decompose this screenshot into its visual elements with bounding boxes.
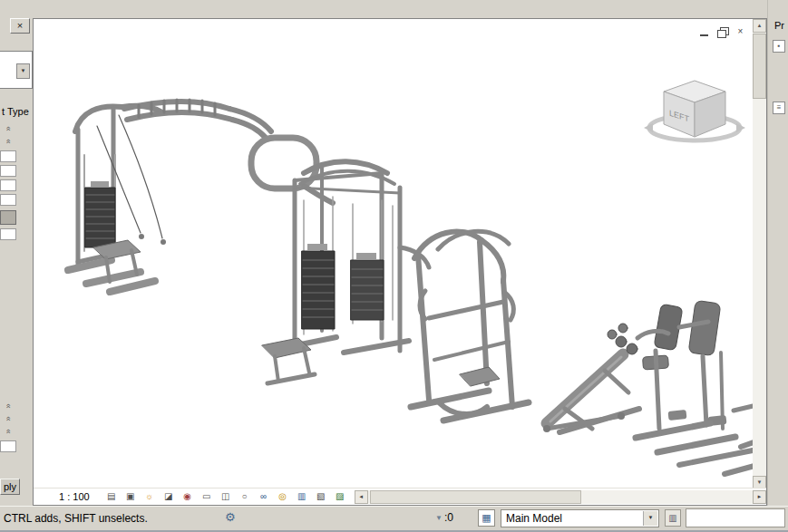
reveal-hidden-icon[interactable]: ◎ xyxy=(276,489,290,504)
equipment-multi-station[interactable] xyxy=(262,161,429,383)
scale-button[interactable]: 1 : 100 xyxy=(59,491,90,502)
view-control-icons: ▤ ▣ ☼ ◪ ◉ ▭ ◫ ○ ∞ ◎ ▥ ▧ ▨ xyxy=(104,489,347,504)
property-row[interactable] xyxy=(0,150,16,162)
close-icon[interactable]: × xyxy=(734,26,746,37)
drawing-area-3d-view[interactable]: × LEFT xyxy=(33,18,767,506)
vertical-scrollbar[interactable]: ▲ ▼ xyxy=(753,19,766,489)
rendering-icon[interactable]: ◉ xyxy=(180,489,195,504)
dock-button-top[interactable]: ▪ xyxy=(773,40,785,53)
worksets-icon[interactable]: ⚙ xyxy=(225,510,236,524)
design-option-value: Main Model xyxy=(506,512,562,525)
worksharing-display-icon[interactable]: ▥ xyxy=(295,489,309,504)
shadows-icon[interactable]: ◪ xyxy=(161,489,176,504)
crop-view-icon[interactable]: ▭ xyxy=(199,489,214,504)
show-crop-icon[interactable]: ◫ xyxy=(219,489,233,504)
property-row[interactable] xyxy=(0,228,16,240)
property-row[interactable] xyxy=(0,194,16,206)
revit-application-window: × ▼ t Type » » » » » ply × xyxy=(0,0,788,532)
scrollbar-track[interactable] xyxy=(368,490,753,504)
hide-isolate-icon[interactable]: ∞ xyxy=(257,489,271,504)
property-grid-fragment: » » » » » xyxy=(0,123,18,477)
press-drag-button[interactable]: ▥ xyxy=(665,509,681,527)
filter-button[interactable]: ▦ xyxy=(478,509,495,527)
scroll-down-icon[interactable]: » xyxy=(2,413,14,424)
scroll-up-icon[interactable]: ▲ xyxy=(753,19,766,33)
apply-button[interactable]: ply xyxy=(0,479,20,495)
sun-path-icon[interactable]: ☼ xyxy=(142,489,157,504)
property-row[interactable] xyxy=(0,440,16,452)
scrollbar-thumb[interactable] xyxy=(753,34,766,99)
scroll-up-icon[interactable]: » xyxy=(2,136,14,147)
selection-count: :0 xyxy=(444,511,453,524)
status-display-box xyxy=(686,508,785,527)
scrollbar-thumb[interactable] xyxy=(370,490,581,504)
horizontal-scrollbar[interactable]: ◄ ► xyxy=(355,489,766,504)
equipment-dip-station[interactable] xyxy=(636,300,757,465)
selection-filter[interactable]: ▼ :0 xyxy=(435,511,453,524)
view-window-controls: × xyxy=(698,26,746,37)
palette-close-button[interactable]: × xyxy=(10,18,30,34)
chevron-down-icon[interactable]: ▼ xyxy=(16,63,30,79)
equipment-cable-station[interactable] xyxy=(68,106,166,292)
minimize-icon[interactable] xyxy=(698,26,710,37)
status-message: CTRL adds, SHIFT unselects. xyxy=(4,512,148,525)
property-row[interactable] xyxy=(0,179,16,191)
view-control-bar: 1 : 100 ▤ ▣ ☼ ◪ ◉ ▭ ◫ ○ ∞ ◎ ▥ ▧ ▨ ◄ xyxy=(34,488,766,505)
right-panel-title: Pr xyxy=(774,20,784,31)
viewcube[interactable]: LEFT xyxy=(642,68,751,155)
properties-palette-fragment: × ▼ t Type » » » » » ply xyxy=(0,0,33,506)
equipment-rack[interactable] xyxy=(411,231,529,421)
dock-button-mid[interactable]: ≡ xyxy=(773,102,785,114)
chevron-down-icon[interactable]: ▼ xyxy=(643,511,657,526)
status-bar: CTRL adds, SHIFT unselects. ⚙ ▼ :0 ▦ Mai… xyxy=(0,506,788,532)
edit-type-label: t Type xyxy=(2,106,29,117)
scroll-down-icon[interactable]: » xyxy=(2,401,14,411)
temp-view-properties-icon[interactable]: ▧ xyxy=(314,489,328,504)
filter-icon: ▼ xyxy=(435,514,443,522)
visual-style-icon[interactable]: ▣ xyxy=(123,489,138,504)
design-option-select[interactable]: Main Model ▼ xyxy=(501,509,659,527)
scroll-right-icon[interactable]: ► xyxy=(753,490,766,504)
property-row[interactable] xyxy=(0,165,16,177)
detail-level-icon[interactable]: ▤ xyxy=(104,489,119,504)
scroll-down-icon[interactable]: » xyxy=(2,426,14,437)
analytical-model-icon[interactable]: ▨ xyxy=(333,489,347,504)
scroll-left-icon[interactable]: ◄ xyxy=(355,490,368,504)
type-selector-combo[interactable]: ▼ xyxy=(0,51,33,89)
equipment-ab-bench[interactable] xyxy=(547,324,639,432)
right-dock-panel-fragment: Pr ▪ ≡ xyxy=(767,0,788,506)
scroll-up-icon[interactable]: » xyxy=(2,123,14,134)
property-row-selected[interactable] xyxy=(0,210,16,225)
restore-icon[interactable] xyxy=(716,26,728,37)
lock-view-icon[interactable]: ○ xyxy=(238,489,252,504)
